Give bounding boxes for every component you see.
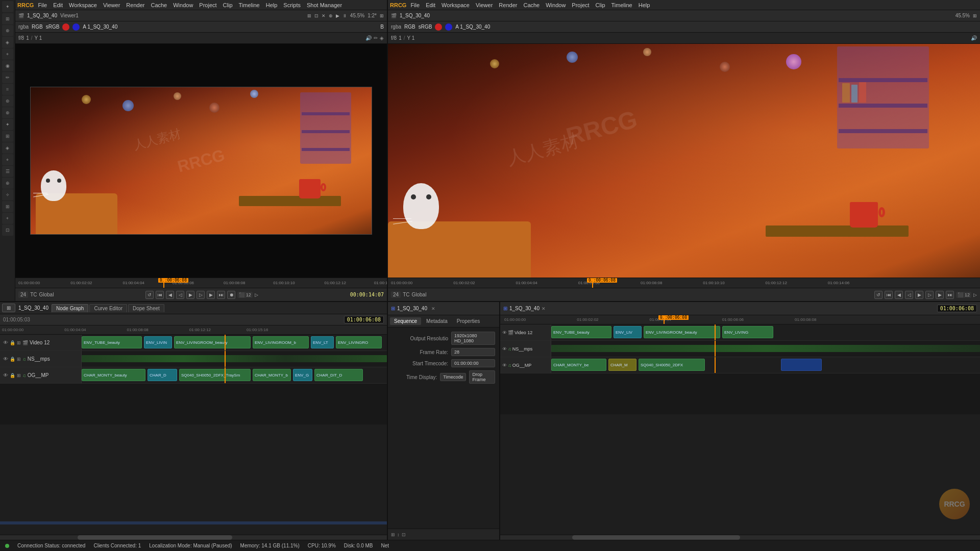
tool-icon-16[interactable]: ⊕: [2, 178, 13, 189]
track-lock-og[interactable]: 🔒: [10, 373, 15, 378]
record-btn-left[interactable]: [62, 23, 69, 31]
menu-edit-right[interactable]: Edit: [424, 2, 437, 8]
list-item[interactable]: ENV_TUBE_beauty: [82, 336, 142, 348]
scope-right[interactable]: Global: [411, 292, 426, 297]
menu-scripts-left[interactable]: Scripts: [281, 2, 303, 8]
menu-project-right[interactable]: Project: [570, 2, 591, 8]
btn-fwdframe-left[interactable]: ▷: [197, 291, 205, 299]
menu-clip-right[interactable]: Clip: [594, 2, 607, 8]
frame-count-right[interactable]: ⬛ 12: [956, 292, 971, 298]
menu-render-left[interactable]: Render: [124, 2, 146, 8]
menu-viewer-right[interactable]: Viewer: [474, 2, 495, 8]
btn-prev-right[interactable]: ⏮: [885, 291, 893, 299]
list-item[interactable]: ENV_LIVING: [722, 326, 773, 338]
drop-frame-checkbox[interactable]: Drop Frame: [469, 370, 495, 384]
menu-file-left[interactable]: File: [36, 2, 49, 8]
tab-dope-sheet[interactable]: Dope Sheet: [128, 304, 164, 312]
tool-icon-14[interactable]: ⌖: [2, 154, 13, 165]
tool-icon-5[interactable]: ⌖: [2, 48, 13, 60]
btn-backframe-right[interactable]: ◁: [905, 291, 913, 299]
timecode-box-right[interactable]: 01:00:06:08: [937, 305, 977, 312]
btn-fwd-left[interactable]: ▶: [207, 291, 215, 299]
btn-backframe-left[interactable]: ◁: [176, 291, 184, 299]
tab-curve-editor[interactable]: Curve Editor: [89, 304, 127, 312]
record-btn2-right[interactable]: [445, 23, 452, 31]
track-eye-v12-r[interactable]: 👁: [502, 330, 507, 335]
toolbar-btn-4[interactable]: ⊕: [329, 13, 333, 18]
list-item[interactable]: ENV_TUBE_beauty: [551, 326, 611, 338]
list-item[interactable]: CHAR_MONTY_beauty: [82, 369, 145, 381]
playhead-ns-r[interactable]: [715, 341, 716, 357]
playhead-v12-r[interactable]: [715, 324, 716, 340]
r-icon-3[interactable]: ⊡: [402, 532, 406, 537]
menu-viewer-left[interactable]: Viewer: [101, 2, 122, 8]
track-lock-ns[interactable]: 🔒: [10, 357, 15, 362]
menu-file-right[interactable]: File: [408, 2, 422, 8]
seq-tab-metadata[interactable]: Metadata: [422, 317, 452, 325]
list-item[interactable]: ENV_LIVINGRO: [336, 336, 382, 348]
record-btn-right[interactable]: [435, 23, 442, 31]
playhead-ns-left[interactable]: [225, 351, 226, 367]
list-item[interactable]: ENV_LT: [311, 336, 334, 348]
tool-icon-20[interactable]: ⊡: [2, 224, 13, 236]
tool-icon-13[interactable]: ◈: [2, 142, 13, 154]
track-merge-ns[interactable]: ⊞: [17, 357, 21, 362]
seq-tab-sequence[interactable]: Sequence: [390, 317, 421, 325]
list-item[interactable]: SQ040_SH0050_2DFX: [639, 359, 705, 371]
tool-icon-2[interactable]: ⊞: [2, 13, 13, 24]
expand-right[interactable]: ▷: [973, 292, 977, 297]
tool-icon-19[interactable]: +: [2, 213, 13, 224]
toolbar-btn-6[interactable]: ⏸: [342, 13, 347, 18]
playhead-marker-right[interactable]: [592, 278, 593, 288]
menu-workspace-left[interactable]: Workspace: [67, 2, 99, 8]
btn-prev-left[interactable]: ⏮: [156, 291, 164, 299]
list-item[interactable]: ENV_LIVINGROOM_beauty: [174, 336, 251, 348]
btn-loop-right[interactable]: ↺: [874, 291, 883, 299]
seq-close-btn-r[interactable]: ✕: [542, 306, 546, 311]
list-item[interactable]: CHAR_MONTY_b: [253, 369, 291, 381]
r-icon-2[interactable]: ↕: [397, 532, 400, 537]
btn-end-right[interactable]: ⏭: [946, 291, 954, 299]
list-item[interactable]: ENV_LIVIN: [144, 336, 172, 348]
expand-left[interactable]: ▷: [255, 292, 258, 297]
list-item[interactable]: [781, 359, 822, 371]
fps-left[interactable]: 24: [18, 291, 28, 298]
track-merge-og[interactable]: ⊞: [17, 373, 21, 378]
menu-clip-left[interactable]: Clip: [221, 2, 235, 8]
menu-shotmanager-left[interactable]: Shot Manager: [305, 2, 344, 8]
list-item[interactable]: CHAR_MONTY_be: [551, 359, 606, 371]
scrollbar-right[interactable]: [500, 535, 980, 540]
timecode-box-left[interactable]: 01:00:06:08: [344, 316, 384, 323]
menu-workspace-right[interactable]: Workspace: [439, 2, 472, 8]
menu-help-right[interactable]: Help: [636, 2, 652, 8]
playhead-og-left[interactable]: [225, 367, 226, 383]
playhead-left[interactable]: [225, 335, 226, 350]
btn-play-left[interactable]: ▶: [186, 291, 194, 299]
list-item[interactable]: ENV_LIV: [614, 326, 642, 338]
btn-loop-left[interactable]: ↺: [145, 291, 154, 299]
list-item[interactable]: SQ040_SH0050_2DFX_TraySm: [179, 369, 251, 381]
menu-cache-left[interactable]: Cache: [149, 2, 169, 8]
r-icon-1[interactable]: ⊞: [391, 532, 395, 537]
btn-end-left[interactable]: ⏭: [217, 291, 225, 299]
record-btn2-left[interactable]: [72, 23, 80, 31]
tool-icon-1[interactable]: ✦: [2, 1, 13, 12]
prop-value-timedisplay[interactable]: Timecode: [440, 373, 466, 381]
toolbar-extra-left[interactable]: ⊞: [380, 13, 384, 18]
menu-help-left[interactable]: Help: [264, 2, 280, 8]
btn-back-right[interactable]: ◀: [895, 291, 903, 299]
tool-icon-7[interactable]: ✏: [2, 72, 13, 83]
toolbar-btn-5[interactable]: ▶: [336, 13, 339, 18]
list-item[interactable]: ENV_LIVINGROOM_b: [253, 336, 309, 348]
tab-node-graph[interactable]: Node Graph: [52, 304, 88, 312]
tool-icon-15[interactable]: ☰: [2, 166, 13, 177]
track-eye-ns[interactable]: 👁: [3, 356, 8, 362]
prop-value-framerate[interactable]: 28: [451, 348, 495, 356]
btn-back-left[interactable]: ◀: [166, 291, 174, 299]
frame-count-left[interactable]: ⬛ 12: [237, 292, 253, 298]
track-merge-v12[interactable]: ⊞: [17, 340, 21, 345]
menu-window-right[interactable]: Window: [544, 2, 568, 8]
list-item[interactable]: CHAR_D: [148, 369, 177, 381]
tool-icon-8[interactable]: ⌗: [2, 84, 13, 95]
playhead-og-r[interactable]: [715, 357, 716, 373]
